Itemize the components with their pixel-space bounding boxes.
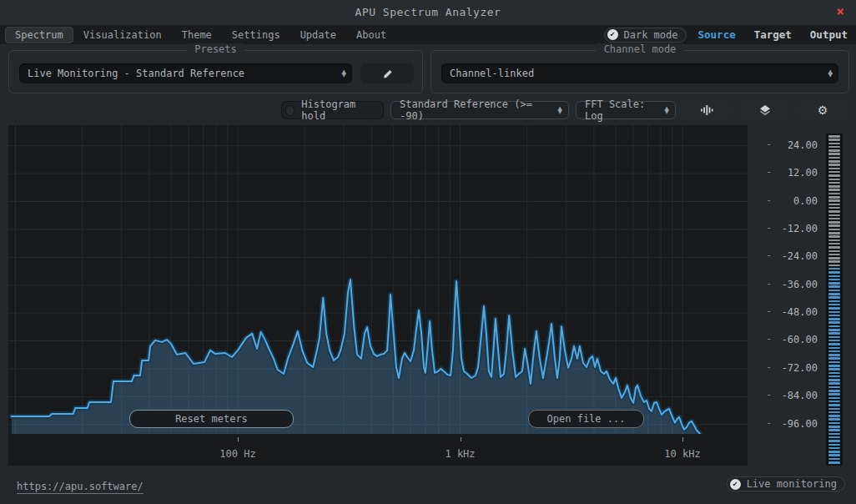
spectrum-plot: [8, 125, 748, 434]
live-monitoring-toggle[interactable]: ✔ Live monitoring: [727, 476, 845, 491]
meter-segment: [828, 447, 840, 450]
channel-tab-output[interactable]: Output: [810, 28, 848, 41]
histogram-hold-checkbox-icon: [285, 105, 295, 116]
edit-preset-button[interactable]: [360, 63, 414, 83]
meter-segment: [828, 386, 840, 389]
meter-segment: [828, 300, 840, 303]
meter-segment: [828, 164, 840, 166]
meter-segment: [828, 418, 840, 421]
meter-segment: [828, 436, 840, 439]
waveform-view-button[interactable]: [682, 101, 732, 119]
meter-segment: [828, 168, 840, 170]
website-link[interactable]: https://apu.software/: [17, 481, 144, 494]
meter-segment: [828, 311, 840, 314]
meter-segment: [828, 182, 840, 184]
layers-view-button[interactable]: [740, 101, 790, 119]
meter-segment: [828, 433, 840, 436]
meter-segment: [828, 229, 840, 231]
meter-segment: [828, 440, 840, 442]
y-axis-tick: -: [766, 333, 772, 345]
meter-segment: [828, 350, 840, 353]
meter-segment: [828, 189, 840, 191]
y-axis-label: -96.00: [782, 418, 818, 431]
menu-item-visualization[interactable]: Visualization: [73, 27, 172, 43]
settings-button[interactable]: ⚙: [798, 101, 848, 119]
meter-segment: [828, 171, 840, 174]
fft-scale-select[interactable]: FFT Scale: Log ▲▼: [576, 101, 676, 119]
meter-segment: [828, 135, 840, 138]
meter-segment: [828, 426, 840, 428]
meter-segment: [828, 243, 840, 245]
title-bar: APU Spectrum Analyzer ×: [0, 0, 856, 25]
meter-segment: [828, 235, 840, 238]
dark-mode-label: Dark mode: [624, 29, 678, 41]
y-axis-label: -84.00: [782, 390, 818, 403]
meter-segment: [828, 408, 840, 411]
channel-tab-target[interactable]: Target: [754, 28, 792, 41]
x-axis-tick: [682, 437, 683, 441]
meter-segment: [828, 271, 840, 274]
y-axis-label: -60.00: [782, 334, 818, 347]
meter-segment: [828, 279, 840, 281]
meter-segment: [828, 404, 840, 406]
menu-item-theme[interactable]: Theme: [172, 27, 222, 43]
meter-segment: [828, 321, 840, 324]
meter-segment: [828, 444, 840, 446]
reference-select[interactable]: Standard Reference (>= -90) ▲▼: [390, 101, 569, 119]
meter-segment: [828, 307, 840, 310]
y-axis-tick: -: [766, 389, 772, 401]
meter-segment: [828, 290, 840, 292]
meter-segment: [828, 143, 840, 145]
menu-right: ✔ Dark mode SourceTargetOutput: [604, 28, 856, 43]
histogram-hold-toggle[interactable]: Histogram hold: [281, 101, 384, 119]
meter-segment: [828, 315, 840, 317]
meter-segment: [828, 239, 840, 242]
meter-segment: [828, 207, 840, 209]
meter-segment: [828, 365, 840, 367]
meter-segment: [828, 282, 840, 285]
y-axis-tick: -: [766, 305, 772, 317]
meter-segment: [828, 210, 840, 213]
meter-segment: [828, 375, 840, 378]
meter-segment: [828, 204, 840, 206]
meter-segment: [828, 379, 840, 381]
meter-segment: [828, 454, 840, 456]
channel-mode-select-value: Channel-linked: [450, 68, 534, 79]
channel-tab-source[interactable]: Source: [698, 28, 736, 41]
channel-mode-group: Channel mode Channel-linked ▲▼: [431, 50, 849, 93]
meter-segment: [828, 354, 840, 356]
window-title: APU Spectrum Analyzer: [0, 6, 856, 18]
meter-segment: [828, 393, 840, 396]
meter-segment: [828, 153, 840, 155]
x-axis: 100 Hz1 kHz10 kHz: [8, 434, 748, 466]
dark-mode-toggle[interactable]: ✔ Dark mode: [604, 28, 687, 43]
close-icon[interactable]: ×: [833, 4, 848, 19]
y-axis-tick: -: [766, 361, 772, 373]
meter-segment: [828, 193, 840, 195]
meter-segment: [828, 347, 840, 350]
open-file-button[interactable]: Open file ...: [528, 410, 644, 428]
y-axis-tick: -: [766, 417, 772, 429]
y-axis-tick: -: [766, 194, 772, 206]
pencil-icon: [381, 68, 394, 80]
menu-item-update[interactable]: Update: [290, 27, 346, 43]
spectrum-chart: Reset meters Open file ... 100 Hz1 kHz10…: [8, 125, 748, 466]
meter-segment: [828, 174, 840, 177]
meter-segment: [828, 411, 840, 414]
menu-item-about[interactable]: About: [346, 27, 396, 43]
meter-segment: [828, 340, 840, 342]
meter-segment: [828, 325, 840, 328]
meter-segment: [828, 429, 840, 431]
menu-item-spectrum[interactable]: Spectrum: [5, 27, 73, 43]
y-axis: -24.00-12.00-0.00--12.00--24.00--36.00--…: [748, 125, 824, 434]
menu-item-settings[interactable]: Settings: [222, 27, 290, 43]
channel-mode-select[interactable]: Channel-linked ▲▼: [441, 63, 838, 83]
app-window: APU Spectrum Analyzer × SpectrumVisualiz…: [0, 0, 856, 504]
live-monitoring-label: Live monitoring: [747, 478, 837, 490]
meter-segment: [828, 357, 840, 360]
reset-meters-button[interactable]: Reset meters: [129, 410, 294, 428]
meter-segment: [828, 149, 840, 152]
preset-select[interactable]: Live Monitoring - Standard Reference ▲▼: [19, 63, 352, 83]
x-axis-tick: [461, 437, 461, 441]
meter-segment: [828, 304, 840, 306]
